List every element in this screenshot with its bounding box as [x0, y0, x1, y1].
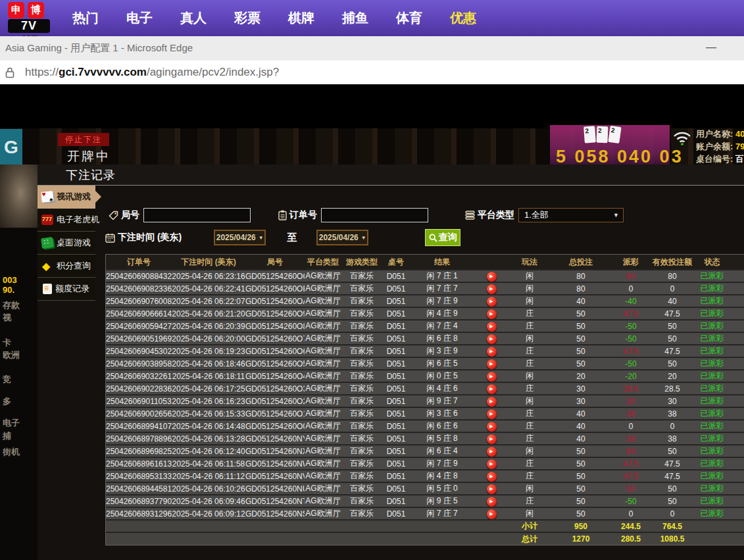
nav-item-slots[interactable]: 电子 [126, 9, 153, 27]
game-type-cell: 百家乐 [341, 382, 382, 395]
nav-item-sports[interactable]: 体育 [396, 9, 422, 27]
payout-cell: 0 [611, 282, 651, 295]
list-icon [465, 211, 475, 220]
modal-main: 局号 订单号 平台类型 1.全部 [95, 186, 744, 559]
result-cell: 闲 4 庄 9 [410, 307, 474, 320]
play-replay-icon[interactable]: ▶ [487, 509, 497, 519]
status-cell: 已派彩 [694, 357, 730, 370]
column-header: 状态 [694, 255, 730, 270]
play-replay-icon[interactable]: ▶ [487, 322, 497, 332]
game-type-cell: 百家乐 [341, 345, 382, 357]
round-number-cell: GD051254260NW [245, 457, 305, 470]
nav-item-fishing[interactable]: 捕鱼 [342, 9, 368, 27]
total-valid-bet: 1080.5 [651, 532, 694, 545]
play-replay-icon[interactable]: ▶ [487, 284, 497, 294]
replay-cell: ▶ [474, 445, 508, 457]
round-number-cell: GD051254260O7 [245, 332, 305, 345]
valid-bet-cell: 47.5 [651, 470, 694, 482]
table-row: 2504260690760082025-04-26 06:22:07GD0512… [106, 295, 744, 307]
round-number-input[interactable] [143, 208, 251, 222]
round-number-cell: GD051254260O5 [245, 357, 305, 370]
play-replay-icon[interactable]: ▶ [487, 359, 497, 369]
column-header: 游戏类型 [341, 255, 382, 270]
summary-spacer [694, 520, 730, 532]
minimize-button[interactable]: — [706, 41, 716, 53]
result-cell: 闲 7 庄 7 [410, 282, 474, 295]
play-replay-icon[interactable]: ▶ [487, 297, 497, 307]
play-replay-icon[interactable]: ▶ [487, 272, 497, 282]
date-from-select[interactable]: 2025/04/26▼ [214, 230, 266, 245]
total-total-bet: 1270 [551, 532, 611, 545]
play-replay-icon[interactable]: ▶ [487, 447, 497, 457]
nav-item-live[interactable]: 真人 [180, 9, 207, 27]
column-header: 下注时间 (美东) [172, 255, 245, 270]
play-replay-icon[interactable]: ▶ [487, 409, 497, 419]
sidebar-item-label: 电子老虎机 [57, 214, 99, 226]
game-action-cell [730, 420, 744, 432]
url-text[interactable]: https://gci.7vvvvvv.com/agingame/pcv2/in… [25, 66, 279, 79]
clipboard-icon [278, 210, 287, 220]
play-replay-icon[interactable]: ▶ [487, 309, 497, 319]
sidebar-item-slot-machines[interactable]: 电子老虎机 [37, 209, 95, 232]
date-to-select[interactable]: 2025/04/26▼ [316, 230, 368, 245]
order-number-input[interactable] [321, 208, 428, 222]
round-number-cell: GD051254260NU [245, 482, 305, 495]
round-number-cell: GD051254260OA [245, 295, 305, 307]
status-badge: 已派彩 [701, 509, 724, 518]
wifi-icon [672, 130, 692, 146]
round-number-cell: GD051254260O3 [245, 382, 305, 395]
round-number-cell: GD051254260OC [245, 270, 305, 282]
sidebar-item-video-games[interactable]: 视讯游戏 [37, 186, 95, 209]
play-replay-icon[interactable]: ▶ [487, 422, 497, 432]
status-cell: 已派彩 [694, 420, 730, 432]
play-replay-icon[interactable]: ▶ [487, 397, 497, 407]
play-replay-icon[interactable]: ▶ [487, 484, 497, 494]
replay-cell: ▶ [474, 320, 508, 332]
total-bet-cell: 30 [551, 382, 611, 395]
play-replay-icon[interactable]: ▶ [487, 347, 497, 357]
site-logo[interactable]: 申 博 7V .com [0, 0, 58, 36]
result-cell: 闲 6 庄 4 [410, 445, 474, 457]
search-button[interactable]: 查询 [425, 229, 460, 246]
table-row: 2504260689788962025-04-26 06:13:28GD0512… [106, 432, 744, 445]
valid-bet-cell: 47.5 [651, 457, 694, 470]
result-cell: 闲 7 庄 4 [410, 320, 474, 332]
payout-cell: 47.5 [611, 470, 651, 482]
status-cell: 已派彩 [694, 432, 730, 445]
nav-item-lottery[interactable]: 彩票 [234, 9, 260, 27]
replay-cell: ▶ [474, 307, 508, 320]
valid-bet-cell: 50 [651, 320, 694, 332]
column-header: 总投注 [551, 255, 611, 270]
payout-cell: -50 [611, 332, 651, 345]
total-bet-cell: 50 [551, 482, 611, 495]
nav-item-promo[interactable]: 优惠 [450, 9, 476, 27]
platform-type-select[interactable]: 1.全部 ▼ [518, 208, 624, 222]
play-replay-icon[interactable]: ▶ [487, 459, 497, 469]
diamond-icon [41, 261, 53, 271]
table-row: 2504260690594272025-04-26 06:20:39GD0512… [106, 320, 744, 332]
payout-cell: 0 [611, 507, 651, 520]
total-bet-cell: 30 [551, 395, 611, 407]
play-replay-icon[interactable]: ▶ [487, 434, 497, 444]
game-type-cell: 百家乐 [341, 482, 382, 495]
status-badge: 已派彩 [701, 396, 724, 405]
total-bet-cell: 50 [551, 445, 611, 457]
nav-item-hot[interactable]: 热门 [72, 9, 99, 27]
play-replay-icon[interactable]: ▶ [487, 372, 497, 382]
nav-item-board-games[interactable]: 棋牌 [288, 9, 314, 27]
round-number-cell: GD051254260O2 [245, 395, 305, 407]
status-cell: 已派彩 [694, 470, 730, 482]
play-replay-icon[interactable]: ▶ [487, 334, 497, 344]
sidebar-item-points-query[interactable]: 积分查询 [37, 255, 95, 278]
playing-card: 2 [583, 126, 596, 143]
replay-cell: ▶ [474, 270, 508, 282]
play-replay-icon[interactable]: ▶ [487, 384, 497, 394]
result-cell: 闲 7 庄 9 [410, 457, 474, 470]
sidebar-item-table-games[interactable]: 桌面游戏 [37, 232, 95, 255]
game-action-cell [730, 282, 744, 295]
play-replay-icon[interactable]: ▶ [487, 497, 497, 507]
table-row: 2504260690110532025-04-26 06:16:23GD0512… [106, 395, 744, 407]
bet-time-cell: 2025-04-26 06:10:26 [172, 482, 245, 495]
play-replay-icon[interactable]: ▶ [487, 472, 497, 482]
sidebar-item-quota-records[interactable]: 额度记录 [37, 278, 95, 301]
